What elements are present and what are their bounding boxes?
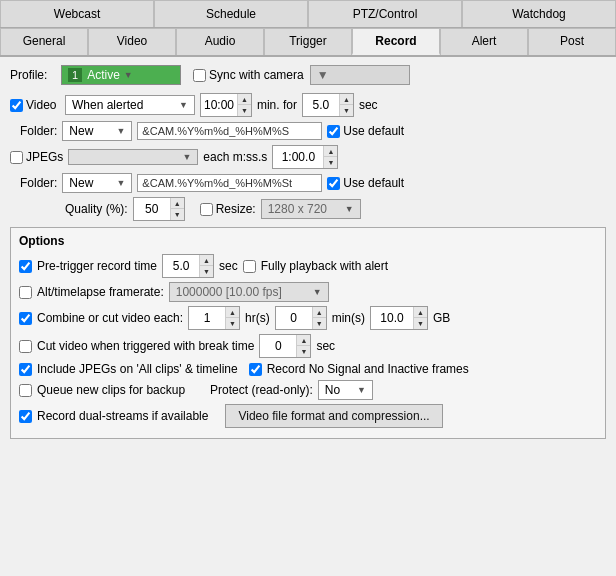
jpeg-folder-dropdown[interactable]: New ▼ [62,173,132,193]
combine-hr-input[interactable] [189,307,225,329]
video-sec-spinner[interactable]: ▲ ▼ [302,93,354,117]
jpegs-dropdown[interactable]: ▼ [68,149,198,165]
quality-input[interactable] [134,198,170,220]
tab-post[interactable]: Post [528,28,616,55]
record-no-signal-checkbox[interactable] [249,363,262,376]
combine-gb-input[interactable] [371,307,413,329]
resize-dropdown[interactable]: 1280 x 720 ▼ [261,199,361,219]
video-min-input[interactable] [201,94,237,116]
jpegs-time-input[interactable] [273,146,323,168]
queue-protect-row: Queue new clips for backup Protect (read… [19,380,597,400]
combine-video-checkbox[interactable] [19,312,32,325]
cut-video-up-button[interactable]: ▲ [297,335,310,346]
cut-video-spinner[interactable]: ▲ ▼ [259,334,311,358]
tab-trigger[interactable]: Trigger [264,28,352,55]
video-sec-up-button[interactable]: ▲ [340,94,353,105]
dual-streams-checkbox[interactable] [19,410,32,423]
combine-gb-spinner[interactable]: ▲ ▼ [370,306,428,330]
tab-watchdog[interactable]: Watchdog [462,0,616,27]
tab-general[interactable]: General [0,28,88,55]
combine-min-down-button[interactable]: ▼ [313,318,326,329]
timelapse-dropdown[interactable]: 1000000 [10.00 fps] ▼ [169,282,329,302]
video-min-down-button[interactable]: ▼ [238,105,251,116]
jpegs-time-spinner-buttons: ▲ ▼ [323,146,337,168]
combine-hr-down-button[interactable]: ▼ [226,318,239,329]
tab-alert[interactable]: Alert [440,28,528,55]
combine-hr-up-button[interactable]: ▲ [226,307,239,318]
combine-gb-up-button[interactable]: ▲ [414,307,427,318]
video-min-up-button[interactable]: ▲ [238,94,251,105]
sync-dropdown-arrow: ▼ [317,68,329,82]
video-sec-down-button[interactable]: ▼ [340,105,353,116]
video-folder-path[interactable] [137,122,322,140]
queue-backup-checkbox[interactable] [19,384,32,397]
combine-min-up-button[interactable]: ▲ [313,307,326,318]
video-sec-input[interactable] [303,94,339,116]
format-button[interactable]: Video file format and compression... [225,404,442,428]
video-check-group: Video [10,98,60,112]
pretrigger-spinner[interactable]: ▲ ▼ [162,254,214,278]
cut-sec-label: sec [316,339,335,353]
jpegs-checkbox[interactable] [10,151,23,164]
combine-hr-spinner-buttons: ▲ ▼ [225,307,239,329]
profile-label: Profile: [10,68,55,82]
fully-playback-checkbox[interactable] [243,260,256,273]
protect-dropdown[interactable]: No ▼ [318,380,373,400]
video-min-spinner[interactable]: ▲ ▼ [200,93,252,117]
jpeg-folder-label: Folder: [20,176,57,190]
combine-video-row: Combine or cut video each: ▲ ▼ hr(s) ▲ ▼… [19,306,597,330]
tab-record[interactable]: Record [352,28,440,55]
combine-min-spinner[interactable]: ▲ ▼ [275,306,327,330]
jpegs-time-down-button[interactable]: ▼ [324,157,337,168]
combine-min-input[interactable] [276,307,312,329]
quality-up-button[interactable]: ▲ [171,198,184,209]
folder-chevron-icon: ▼ [116,126,125,136]
jpeg-use-default-checkbox[interactable] [327,177,340,190]
sync-label: Sync with camera [209,68,304,82]
pretrigger-input[interactable] [163,255,199,277]
cut-video-spinner-buttons: ▲ ▼ [296,335,310,357]
sync-camera-dropdown[interactable]: ▼ [310,65,410,85]
pretrigger-row: Pre-trigger record time ▲ ▼ sec Fully pl… [19,254,597,278]
sec-label: sec [359,98,378,112]
jpegs-time-up-button[interactable]: ▲ [324,146,337,157]
each-label: each m:ss.s [203,150,267,164]
cut-video-row: Cut video when triggered with break time… [19,334,597,358]
tab-ptz-control[interactable]: PTZ/Control [308,0,462,27]
jpeg-folder-value: New [69,176,93,190]
cut-video-down-button[interactable]: ▼ [297,346,310,357]
pretrigger-checkbox[interactable] [19,260,32,273]
tab-video[interactable]: Video [88,28,176,55]
profile-row: Profile: 1 Active ▼ Sync with camera ▼ [10,65,606,85]
timelapse-value: 1000000 [10.00 fps] [176,285,282,299]
pretrigger-down-button[interactable]: ▼ [200,266,213,277]
include-jpegs-row: Include JPEGs on 'All clips' & timeline … [19,362,597,376]
combine-hr-spinner[interactable]: ▲ ▼ [188,306,240,330]
resize-checkbox[interactable] [200,203,213,216]
video-min-spinner-buttons: ▲ ▼ [237,94,251,116]
tab-webcast[interactable]: Webcast [0,0,154,27]
include-jpegs-checkbox[interactable] [19,363,32,376]
cut-video-input[interactable] [260,335,296,357]
combine-gb-down-button[interactable]: ▼ [414,318,427,329]
video-folder-row: Folder: New ▼ Use default [10,121,606,141]
video-use-default-checkbox[interactable] [327,125,340,138]
tab-schedule[interactable]: Schedule [154,0,308,27]
timelapse-checkbox[interactable] [19,286,32,299]
timelapse-chevron-icon: ▼ [313,287,322,297]
cut-video-checkbox[interactable] [19,340,32,353]
tab-audio[interactable]: Audio [176,28,264,55]
sync-checkbox[interactable] [193,69,206,82]
video-checkbox[interactable] [10,99,23,112]
video-folder-dropdown[interactable]: New ▼ [62,121,132,141]
video-trigger-dropdown[interactable]: When alerted ▼ [65,95,195,115]
quality-spinner[interactable]: ▲ ▼ [133,197,185,221]
profile-dropdown[interactable]: 1 Active ▼ [61,65,181,85]
jpeg-folder-path[interactable] [137,174,322,192]
quality-down-button[interactable]: ▼ [171,209,184,220]
protect-label: Protect (read-only): [210,383,313,397]
jpegs-time-spinner[interactable]: ▲ ▼ [272,145,338,169]
pretrigger-up-button[interactable]: ▲ [200,255,213,266]
jpegs-check-group: JPEGs [10,150,63,164]
options-title: Options [19,234,597,248]
